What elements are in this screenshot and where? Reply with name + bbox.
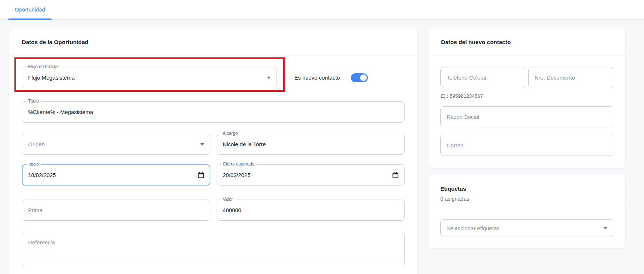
prima-field[interactable] — [22, 200, 210, 221]
nuevo-contacto-toggle[interactable] — [351, 73, 368, 82]
seleccionar-etiquetas-input[interactable] — [447, 225, 600, 231]
titulo-row: Titulo — [22, 101, 405, 123]
inicio-label: Inicio — [27, 162, 41, 167]
right-column: Datos del nuevo contacto Ej.: 5959812345… — [428, 28, 626, 248]
correo-input[interactable] — [447, 142, 607, 148]
opportunity-card: Datos de la Oportunidad Flujo de trabajo… — [9, 28, 418, 274]
a-cargo-field[interactable]: A cargo — [217, 134, 405, 155]
inicio-field[interactable]: Inicio — [22, 164, 210, 186]
titulo-field[interactable]: Titulo — [22, 101, 405, 123]
telefono-hint: Ej.: 595981234567 — [441, 93, 613, 99]
cierre-esperado-label: Cierre esperado — [221, 161, 257, 167]
flujo-de-trabajo-label: Flujo de trabajo — [26, 64, 61, 69]
chevron-down-icon — [267, 77, 271, 79]
chevron-down-icon — [603, 227, 607, 229]
phone-document-row — [440, 67, 613, 88]
cierre-esperado-field[interactable]: Cierre esperado — [217, 164, 405, 186]
tab-oportunidad-label: Oportunidad — [15, 7, 45, 13]
inicio-input[interactable] — [28, 172, 195, 178]
etiquetas-head: Etiquetas 0 asignadas — [428, 174, 625, 210]
dates-row: Inicio Cierre esperado — [22, 164, 405, 186]
origen-field[interactable] — [22, 134, 210, 155]
tab-oportunidad[interactable]: Oportunidad — [8, 0, 52, 19]
calendar-icon[interactable] — [198, 172, 204, 178]
seleccionar-etiquetas-field[interactable] — [440, 219, 613, 237]
valor-input[interactable] — [223, 207, 399, 213]
cierre-esperado-input[interactable] — [223, 172, 390, 178]
etiquetas-title: Etiquetas — [440, 186, 613, 192]
calendar-icon[interactable] — [392, 172, 399, 178]
flujo-de-trabajo-field[interactable]: Flujo de trabajo — [22, 67, 277, 88]
origen-input[interactable] — [28, 141, 197, 147]
nro-documento-field[interactable] — [528, 67, 613, 88]
correo-field[interactable] — [440, 135, 613, 156]
referencia-textarea[interactable] — [22, 233, 404, 266]
etiquetas-count: 0 asignadas — [440, 196, 613, 202]
razon-social-field[interactable] — [440, 106, 613, 127]
chevron-down-icon — [200, 143, 204, 146]
a-cargo-input[interactable] — [223, 141, 399, 147]
new-contact-card-body: Ej.: 595981234567 — [428, 56, 625, 168]
origen-acargo-row: A cargo — [22, 134, 405, 155]
valor-field[interactable]: Valor — [217, 200, 405, 221]
opportunity-card-title: Datos de la Oportunidad — [9, 28, 417, 56]
titulo-label: Titulo — [26, 98, 41, 104]
flujo-de-trabajo-input[interactable] — [28, 74, 264, 81]
razon-social-input[interactable] — [447, 114, 607, 120]
referencia-field[interactable] — [22, 233, 405, 266]
titulo-input[interactable] — [28, 109, 399, 115]
prima-valor-row: Valor — [22, 200, 405, 221]
valor-label: Valor — [221, 197, 235, 202]
tab-bar: Oportunidad — [0, 0, 644, 20]
new-contact-card: Datos del nuevo contacto Ej.: 5959812345… — [428, 28, 626, 168]
a-cargo-label: A cargo — [221, 131, 240, 136]
etiquetas-card: Etiquetas 0 asignadas — [428, 174, 626, 248]
prima-input[interactable] — [28, 207, 204, 213]
new-contact-card-title: Datos del nuevo contacto — [428, 28, 625, 56]
etiquetas-body — [428, 210, 625, 248]
flujo-row: Flujo de trabajo Es nuevo contacto — [22, 67, 405, 88]
page-content: Datos de la Oportunidad Flujo de trabajo… — [0, 20, 644, 274]
toggle-knob — [360, 74, 367, 81]
nuevo-contacto-label: Es nuevo contacto — [294, 74, 340, 81]
telefono-celular-input[interactable] — [447, 74, 519, 81]
telefono-celular-field[interactable] — [440, 67, 525, 88]
nro-documento-input[interactable] — [535, 74, 607, 81]
opportunity-card-body: Flujo de trabajo Es nuevo contacto Titul… — [9, 56, 417, 274]
nuevo-contacto-group: Es nuevo contacto — [294, 73, 368, 82]
